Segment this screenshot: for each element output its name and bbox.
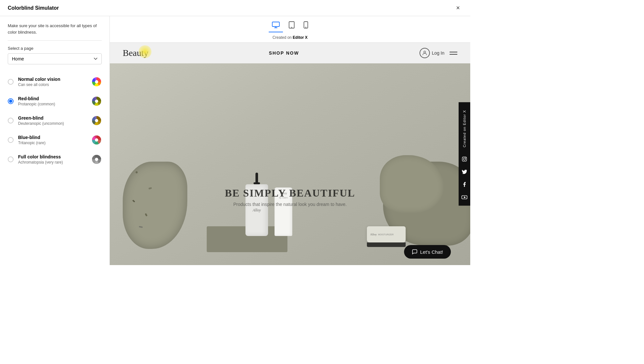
device-btn-desktop[interactable]: [269, 20, 283, 32]
left-panel: Make sure your site is accessible for al…: [0, 16, 110, 265]
site-nav: Beauty SHOP NOW Log In: [110, 43, 470, 63]
svg-point-1: [95, 80, 98, 83]
option-desc-blue-blind: Tritanopic (rare): [18, 141, 87, 145]
hero-text-block: BE SIMPLY BEAUTIFUL Products that inspir…: [193, 187, 387, 207]
color-wheel-blue-blind: [91, 135, 102, 145]
device-btn-mobile[interactable]: [300, 19, 311, 33]
main-layout: Make sure your site is accessible for al…: [0, 16, 470, 265]
instagram-icon[interactable]: [462, 156, 467, 163]
brand-dot-decoration: [139, 45, 151, 58]
option-desc-full-blind: Achromatopsia (very rare): [18, 160, 87, 165]
nav-shop-now[interactable]: SHOP NOW: [269, 50, 299, 56]
hero-subtitle: Products that inspire the natural look y…: [193, 202, 387, 207]
svg-point-17: [424, 51, 426, 53]
hamburger-menu[interactable]: [450, 52, 457, 55]
right-area: Created on Editor X: [110, 16, 470, 265]
nav-right: Log In: [420, 48, 457, 58]
page-select[interactable]: Home: [8, 53, 102, 64]
color-wheel-green-blind: [91, 115, 102, 126]
svg-point-20: [465, 157, 466, 158]
svg-point-3: [95, 100, 98, 103]
twitter-icon[interactable]: [462, 169, 467, 175]
nav-account[interactable]: Log In: [420, 48, 444, 58]
preview-frame: Alloy Alloy lip balm Alloy MOISTURIZER: [110, 43, 470, 265]
svg-point-19: [463, 158, 466, 160]
svg-point-7: [95, 138, 98, 142]
svg-rect-18: [462, 157, 466, 161]
radio-green-blind[interactable]: [8, 118, 14, 123]
radio-full-blind[interactable]: [8, 156, 14, 162]
svg-point-9: [95, 158, 98, 161]
chat-label: Let's Chat!: [420, 249, 443, 255]
radio-blue-blind[interactable]: [8, 137, 14, 143]
option-name-blue-blind: Blue-blind: [18, 135, 87, 140]
svg-rect-10: [272, 22, 279, 27]
chat-button[interactable]: Let's Chat!: [404, 245, 451, 259]
device-toolbar-label: Created on Editor X: [273, 35, 308, 42]
device-icons: [269, 19, 311, 33]
color-option-red-blind[interactable]: Red-blind Protanopic (common): [8, 91, 102, 111]
editor-x-sidebar: Created on Editor X: [459, 102, 470, 206]
color-option-full-blind[interactable]: Full color blindness Achromatopsia (very…: [8, 150, 102, 169]
color-wheel-red-blind: [91, 96, 102, 106]
account-icon: [420, 48, 430, 58]
option-name-green-blind: Green-blind: [18, 115, 87, 121]
color-wheel-normal: [91, 77, 102, 87]
select-page-label: Select a page: [8, 46, 102, 51]
color-options-list: Normal color vision Can see all colors: [8, 72, 102, 169]
color-option-green-blind[interactable]: Green-blind Deuteranopic (uncommon): [8, 111, 102, 130]
option-name-normal: Normal color vision: [18, 77, 87, 82]
option-desc-green-blind: Deuteranopic (uncommon): [18, 121, 87, 126]
login-label: Log In: [432, 50, 444, 56]
color-option-normal[interactable]: Normal color vision Can see all colors: [8, 72, 102, 91]
option-desc-normal: Can see all colors: [18, 82, 87, 87]
panel-description: Make sure your site is accessible for al…: [8, 23, 102, 41]
color-wheel-full-blind: [91, 154, 102, 165]
option-desc-red-blind: Protanopic (common): [18, 102, 87, 106]
svg-marker-22: [464, 196, 466, 198]
facebook-icon[interactable]: [463, 182, 466, 188]
hero-title: BE SIMPLY BEAUTIFUL: [193, 187, 387, 199]
svg-point-5: [95, 119, 98, 122]
product-cream-jar: Alloy MOISTURIZER: [367, 226, 406, 246]
option-name-full-blind: Full color blindness: [18, 154, 87, 159]
radio-red-blind[interactable]: [8, 98, 14, 104]
color-option-blue-blind[interactable]: Blue-blind Tritanopic (rare): [8, 130, 102, 150]
app-header: Colorblind Simulator ×: [0, 0, 470, 16]
site-brand: Beauty: [123, 48, 148, 58]
close-button[interactable]: ×: [453, 3, 462, 13]
editor-x-sidebar-label: Created on Editor X: [461, 107, 468, 150]
device-btn-tablet[interactable]: [286, 19, 298, 33]
youtube-icon[interactable]: [462, 195, 467, 200]
editor-x-label: Editor X: [293, 35, 307, 40]
option-name-red-blind: Red-blind: [18, 96, 87, 101]
app-title: Colorblind Simulator: [8, 5, 59, 11]
device-toolbar: Created on Editor X: [110, 16, 470, 43]
site-preview: Alloy Alloy lip balm Alloy MOISTURIZER: [110, 43, 470, 265]
radio-normal[interactable]: [8, 79, 14, 85]
